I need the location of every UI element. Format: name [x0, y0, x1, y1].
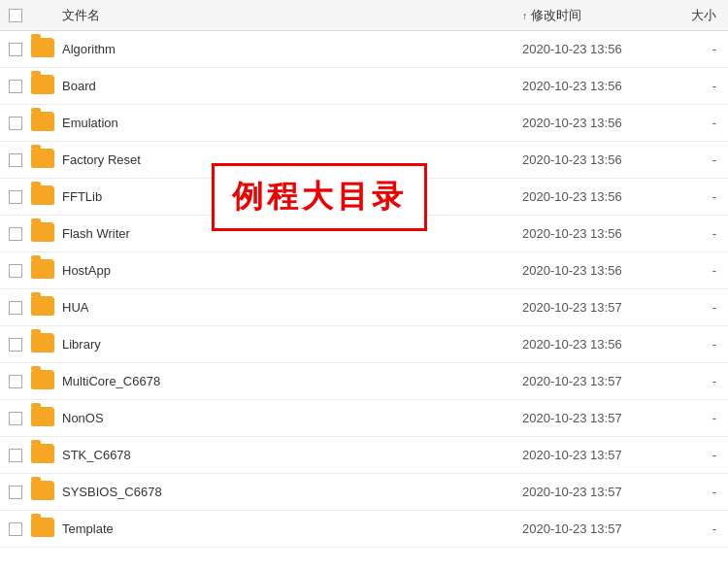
- row-checkbox-col: [0, 80, 31, 93]
- row-checkbox[interactable]: [9, 522, 22, 536]
- row-checkbox[interactable]: [9, 153, 22, 167]
- file-modified: 2020-10-23 13:56: [522, 337, 622, 352]
- row-icon-col: [31, 149, 58, 171]
- row-checkbox-col: [0, 190, 31, 204]
- row-modified-col: 2020-10-23 13:56: [514, 116, 670, 130]
- file-list: Algorithm 2020-10-23 13:56 - Board 2020-…: [0, 31, 728, 548]
- file-size: -: [712, 521, 716, 536]
- row-icon-col: [31, 370, 58, 392]
- file-size: -: [712, 485, 716, 499]
- row-checkbox[interactable]: [9, 449, 22, 462]
- row-name-col: Algorithm: [58, 42, 514, 56]
- file-name: MultiCore_C6678: [62, 374, 160, 388]
- table-row[interactable]: MultiCore_C6678 2020-10-23 13:57 -: [0, 363, 728, 400]
- row-icon-col: [31, 481, 58, 503]
- file-name: Algorithm: [62, 42, 116, 56]
- header-checkbox-col: [0, 9, 31, 22]
- row-size-col: -: [670, 226, 728, 241]
- header-name-col[interactable]: 文件名: [58, 7, 514, 24]
- folder-icon: [31, 185, 54, 205]
- folder-icon: [31, 259, 54, 279]
- row-checkbox[interactable]: [9, 375, 22, 388]
- row-name-col: SYSBIOS_C6678: [58, 485, 514, 499]
- table-row[interactable]: SYSBIOS_C6678 2020-10-23 13:57 -: [0, 474, 728, 511]
- row-checkbox[interactable]: [9, 412, 22, 425]
- table-row[interactable]: NonOS 2020-10-23 13:57 -: [0, 400, 728, 437]
- file-size: -: [712, 226, 716, 241]
- file-name: Library: [62, 337, 101, 352]
- folder-icon: [31, 518, 54, 537]
- row-modified-col: 2020-10-23 13:56: [514, 189, 670, 204]
- file-modified: 2020-10-23 13:56: [522, 189, 622, 204]
- row-modified-col: 2020-10-23 13:57: [514, 411, 670, 425]
- file-name: Emulation: [62, 116, 118, 130]
- row-checkbox-col: [0, 486, 31, 499]
- table-row[interactable]: Emulation 2020-10-23 13:56 -: [0, 105, 728, 142]
- col-size-label: 大小: [691, 8, 716, 22]
- row-icon-col: [31, 222, 58, 245]
- row-checkbox[interactable]: [9, 43, 22, 56]
- row-size-col: -: [670, 337, 728, 352]
- row-name-col: Emulation: [58, 116, 514, 130]
- table-row[interactable]: STK_C6678 2020-10-23 13:57 -: [0, 437, 728, 474]
- header-size-col: 大小: [670, 7, 728, 24]
- row-checkbox[interactable]: [9, 227, 22, 241]
- file-modified: 2020-10-23 13:57: [522, 374, 622, 388]
- table-row[interactable]: HUA 2020-10-23 13:57 -: [0, 289, 728, 326]
- row-checkbox-col: [0, 227, 31, 241]
- folder-icon: [31, 481, 54, 500]
- file-size: -: [712, 337, 716, 352]
- select-all-checkbox[interactable]: [9, 9, 22, 22]
- file-modified: 2020-10-23 13:56: [522, 263, 622, 278]
- row-icon-col: [31, 38, 58, 60]
- row-modified-col: 2020-10-23 13:56: [514, 42, 670, 56]
- header-modified-col[interactable]: ↑ 修改时间: [514, 7, 670, 24]
- row-checkbox-col: [0, 264, 31, 278]
- row-name-col: MultiCore_C6678: [58, 374, 514, 388]
- row-checkbox[interactable]: [9, 486, 22, 499]
- file-size: -: [712, 79, 716, 93]
- row-checkbox-col: [0, 522, 31, 536]
- file-name: STK_C6678: [62, 448, 131, 462]
- row-checkbox[interactable]: [9, 264, 22, 278]
- folder-icon: [31, 370, 54, 389]
- row-checkbox[interactable]: [9, 301, 22, 315]
- row-checkbox[interactable]: [9, 190, 22, 204]
- row-checkbox[interactable]: [9, 80, 22, 93]
- row-size-col: -: [670, 42, 728, 56]
- table-row[interactable]: Board 2020-10-23 13:56 -: [0, 68, 728, 105]
- file-name: HostApp: [62, 263, 111, 278]
- file-manager: 文件名 ↑ 修改时间 大小 Algorithm 2020-10-23 13:56…: [0, 0, 728, 571]
- file-size: -: [712, 42, 716, 56]
- col-modified-label: 修改时间: [531, 8, 581, 22]
- file-modified: 2020-10-23 13:56: [522, 79, 622, 93]
- row-checkbox[interactable]: [9, 117, 22, 130]
- file-modified: 2020-10-23 13:56: [522, 116, 622, 130]
- folder-icon: [31, 333, 54, 353]
- folder-icon: [31, 407, 54, 426]
- row-icon-col: [31, 185, 58, 208]
- row-modified-col: 2020-10-23 13:56: [514, 226, 670, 241]
- file-name: Board: [62, 79, 96, 93]
- row-size-col: -: [670, 521, 728, 536]
- row-checkbox-col: [0, 375, 31, 388]
- row-name-col: Library: [58, 337, 514, 352]
- folder-icon: [31, 38, 54, 57]
- table-row[interactable]: Template 2020-10-23 13:57 -: [0, 511, 728, 548]
- row-modified-col: 2020-10-23 13:56: [514, 79, 670, 93]
- row-size-col: -: [670, 189, 728, 204]
- folder-icon: [31, 444, 54, 463]
- table-row[interactable]: HostApp 2020-10-23 13:56 -: [0, 252, 728, 289]
- table-row[interactable]: Library 2020-10-23 13:56 -: [0, 326, 728, 363]
- file-modified: 2020-10-23 13:56: [522, 42, 622, 56]
- row-modified-col: 2020-10-23 13:57: [514, 521, 670, 536]
- row-name-col: Board: [58, 79, 514, 93]
- row-modified-col: 2020-10-23 13:57: [514, 485, 670, 499]
- table-row[interactable]: Algorithm 2020-10-23 13:56 -: [0, 31, 728, 68]
- file-size: -: [712, 263, 716, 278]
- row-checkbox[interactable]: [9, 338, 22, 352]
- row-checkbox-col: [0, 301, 31, 315]
- folder-icon: [31, 296, 54, 316]
- sort-icon: ↑: [522, 10, 528, 21]
- annotation-overlay: 例程大目录: [212, 163, 427, 231]
